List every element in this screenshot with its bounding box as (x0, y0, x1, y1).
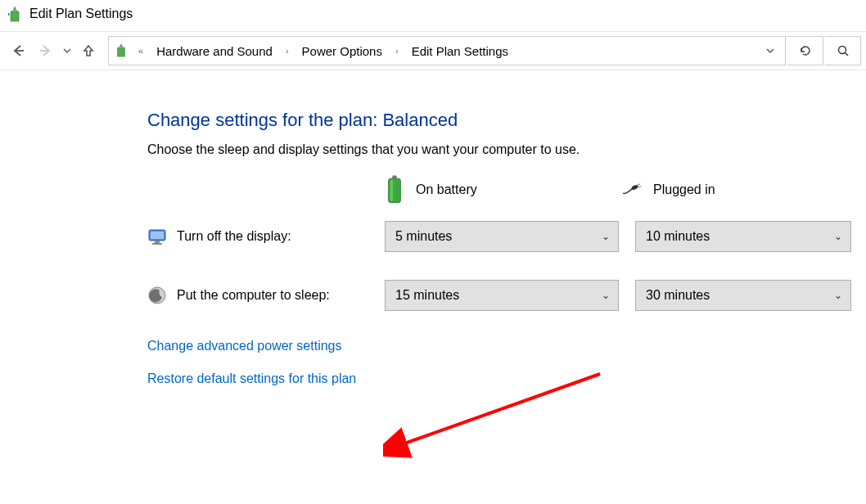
breadcrumb-power-options[interactable]: Power Options (299, 43, 386, 60)
select-value: 30 minutes (646, 288, 710, 303)
svg-rect-7 (392, 175, 397, 178)
breadcrumb-chevron-icon[interactable]: « (133, 46, 148, 56)
row-label-display: Turn off the display: (177, 229, 291, 244)
link-restore-default-settings[interactable]: Restore default settings for this plan (147, 371, 866, 386)
display-icon (147, 227, 167, 246)
row-label-sleep: Put the computer to sleep: (177, 288, 330, 303)
page-title: Change settings for the plan: Balanced (147, 110, 866, 131)
select-value: 15 minutes (395, 288, 459, 303)
refresh-button[interactable] (787, 36, 823, 65)
window-title: Edit Plan Settings (29, 7, 133, 21)
toolbar: « Hardware and Sound › Power Options › E… (0, 31, 866, 70)
page-subtitle: Choose the sleep and display settings th… (147, 142, 866, 157)
svg-rect-15 (155, 241, 160, 243)
svg-line-12 (638, 187, 642, 187)
select-display-plugged[interactable]: 10 minutes ⌄ (635, 221, 851, 252)
breadcrumb-edit-plan-settings[interactable]: Edit Plan Settings (408, 43, 512, 60)
svg-line-11 (638, 184, 641, 186)
up-button[interactable] (75, 38, 101, 64)
svg-point-5 (838, 47, 846, 54)
chevron-down-icon: ⌄ (602, 290, 610, 301)
forward-button[interactable] (33, 38, 59, 64)
back-button[interactable] (5, 38, 31, 64)
select-sleep-plugged[interactable]: 30 minutes ⌄ (635, 280, 851, 311)
svg-rect-4 (119, 46, 123, 47)
svg-rect-0 (12, 10, 17, 11)
address-bar-dropdown[interactable] (765, 44, 780, 58)
svg-rect-16 (152, 243, 162, 245)
battery-icon (385, 180, 404, 200)
column-header-plugged-in: Plugged in (653, 182, 715, 197)
chevron-down-icon: ⌄ (834, 290, 842, 301)
column-header-battery: On battery (416, 182, 477, 197)
recent-locations-dropdown[interactable] (61, 38, 74, 64)
svg-rect-9 (390, 180, 393, 201)
select-display-battery[interactable]: 5 minutes ⌄ (385, 221, 619, 252)
select-value: 10 minutes (646, 229, 710, 244)
svg-rect-1 (14, 7, 16, 8)
chevron-down-icon: ⌄ (602, 231, 610, 242)
svg-line-6 (845, 53, 848, 56)
plug-icon (622, 180, 642, 200)
breadcrumb-chevron-icon[interactable]: › (390, 46, 404, 56)
link-change-advanced-power-settings[interactable]: Change advanced power settings (147, 339, 866, 353)
breadcrumb-chevron-icon[interactable]: › (281, 46, 294, 56)
power-options-icon (7, 5, 23, 23)
search-button[interactable] (825, 36, 861, 65)
breadcrumb-hardware-and-sound[interactable]: Hardware and Sound (153, 43, 276, 60)
address-bar[interactable]: « Hardware and Sound › Power Options › E… (108, 36, 786, 65)
select-value: 5 minutes (395, 229, 452, 244)
sleep-icon (147, 286, 167, 305)
svg-rect-14 (151, 232, 164, 239)
power-options-icon (114, 42, 129, 61)
select-sleep-battery[interactable]: 15 minutes ⌄ (385, 280, 619, 311)
chevron-down-icon: ⌄ (834, 231, 842, 242)
